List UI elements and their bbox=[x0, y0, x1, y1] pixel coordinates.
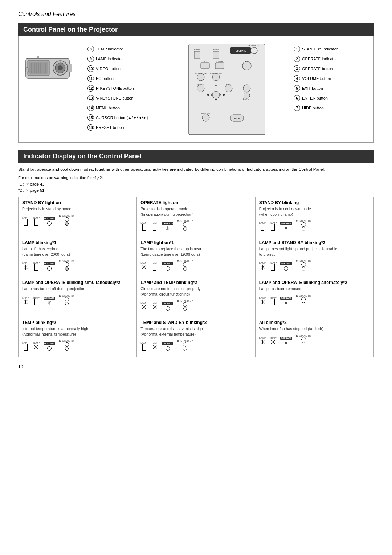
indicator-cell: LAMP and OPERATE blinking simultaneously… bbox=[19, 277, 137, 317]
label-number: 9 bbox=[87, 56, 94, 62]
indicator-intro: Stand-by, operate and cool down modes, t… bbox=[18, 166, 374, 173]
label-text: STAND BY indicator bbox=[302, 47, 338, 51]
left-label-item: 14MENU button bbox=[87, 105, 160, 111]
left-label-item: 12H-KEYSTONE button bbox=[87, 85, 160, 92]
label-text: PRESET button bbox=[96, 125, 124, 130]
left-label-item: 10VIDEO button bbox=[87, 65, 160, 72]
svg-point-53 bbox=[202, 114, 209, 121]
svg-rect-23 bbox=[213, 51, 219, 58]
label-number: 11 bbox=[87, 75, 94, 82]
svg-text:LAMP: LAMP bbox=[194, 48, 200, 50]
svg-point-49 bbox=[243, 85, 250, 92]
label-number: 13 bbox=[87, 95, 94, 101]
indicator-cell-title: STAND BY light on bbox=[22, 200, 133, 205]
right-labels: 1STAND BY indicator2OPERATE indicator3OP… bbox=[294, 42, 370, 114]
indicator-cell-title: OPERATE light on bbox=[140, 200, 251, 205]
left-label-item: 13V-KEYSTONE button bbox=[87, 95, 160, 101]
indicator-cell-title: LAMP blinking*1 bbox=[22, 240, 133, 245]
svg-rect-7 bbox=[68, 64, 72, 72]
indicator-cell: LAMP and STAND BY blinking*2Lamp does no… bbox=[256, 237, 374, 277]
indicator-cell-desc: Projector is in operate mode(In operatio… bbox=[140, 206, 251, 217]
indicator-cell: STAND BY light onProjector is in stand b… bbox=[19, 197, 137, 237]
right-label-item: 3OPERATE button bbox=[294, 65, 370, 72]
label-number: 1 bbox=[294, 46, 300, 52]
label-text: VOLUME button bbox=[302, 76, 331, 81]
svg-point-4 bbox=[58, 65, 63, 70]
label-number: 14 bbox=[87, 105, 94, 111]
divider bbox=[18, 20, 374, 20]
label-number: 3 bbox=[294, 65, 300, 72]
svg-text:HIDE: HIDE bbox=[234, 117, 240, 120]
right-label-item: 4VOLUME button bbox=[294, 75, 370, 82]
indicator-cell: TEMP and STAND BY blinking*2Temperature … bbox=[137, 317, 255, 357]
indicator-cell-desc: Temperature at exhaust vents is high(Abn… bbox=[140, 326, 251, 337]
label-text: MENU button bbox=[96, 106, 120, 110]
indicator-cell-desc: Projector is in stand by mode bbox=[22, 206, 133, 212]
indicator-cell: LAMP blinking*1Lamp life has expired(Lam… bbox=[19, 237, 137, 277]
label-text: V-KEYSTONE button bbox=[96, 96, 134, 100]
left-label-item: 8TEMP indicator bbox=[87, 46, 160, 52]
left-label-item: 11PC button bbox=[87, 75, 160, 82]
svg-text:TEMP: TEMP bbox=[213, 48, 219, 50]
label-text: EXIT button bbox=[302, 86, 323, 90]
left-labels: 8TEMP indicator9LAMP indicator10VIDEO bu… bbox=[87, 42, 160, 134]
svg-text:VOL.: VOL. bbox=[245, 61, 249, 63]
svg-point-45 bbox=[212, 91, 220, 98]
label-number: 2 bbox=[294, 56, 300, 62]
svg-text:►: ► bbox=[222, 93, 226, 97]
label-number: 6 bbox=[294, 95, 300, 101]
right-label-item: 7HIDE button bbox=[294, 105, 370, 111]
indicator-cell-title: LAMP and OPERATE blinking simultaneously… bbox=[22, 280, 133, 285]
label-text: CURSOR button (▲/▼/◄/►) bbox=[96, 116, 148, 120]
indicator-cell-title: LAMP and OPERATE blinking alternately*2 bbox=[259, 280, 370, 285]
right-label-item: 1STAND BY indicator bbox=[294, 46, 370, 52]
indicator-cell-title: All blinking*2 bbox=[259, 320, 370, 325]
label-number: 16 bbox=[87, 124, 94, 131]
section-title: Controls and Features bbox=[18, 11, 374, 17]
svg-rect-6 bbox=[26, 68, 29, 72]
indicator-cell: STAND BY blinkingProjector is in cool do… bbox=[256, 197, 374, 237]
label-number: 4 bbox=[294, 75, 300, 82]
indicator-notes: For explanations on warning indication f… bbox=[18, 175, 374, 194]
label-text: HIDE button bbox=[302, 106, 324, 110]
panel-diagram-svg: LAMP TEMP OPERATE OPERATE ⏻ STAND BY bbox=[187, 42, 267, 137]
note2: *2 : ☞ page 51 bbox=[18, 187, 374, 194]
projector-image: E0 bbox=[22, 46, 84, 90]
svg-point-41 bbox=[225, 85, 232, 92]
label-text: PC button bbox=[96, 76, 114, 81]
indicator-cell: All blinking*2When inner fan has stopped… bbox=[256, 317, 374, 357]
label-number: 15 bbox=[87, 114, 94, 121]
indicator-cell-desc: Lamp does not light up and projector is … bbox=[259, 246, 370, 257]
svg-text:OPERATE: OPERATE bbox=[236, 50, 246, 52]
indicator-section: Stand-by, operate and cool down modes, t… bbox=[18, 166, 374, 357]
indicator-cell-title: LAMP and STAND BY blinking*2 bbox=[259, 240, 370, 245]
label-number: 12 bbox=[87, 85, 94, 92]
svg-rect-22 bbox=[194, 51, 200, 58]
svg-rect-30 bbox=[201, 63, 209, 69]
indicator-cell-title: STAND BY blinking bbox=[259, 200, 370, 205]
label-text: LAMP indicator bbox=[96, 57, 123, 61]
page-number: 10 bbox=[18, 364, 374, 369]
indicator-cell-title: LAMP and TEMP blinking*2 bbox=[140, 280, 251, 285]
indicator-cell-desc: Internal temperature is abnormally high(… bbox=[22, 326, 133, 337]
indicator-cell-desc: The time to replace the lamp is near(Lam… bbox=[140, 246, 251, 257]
label-text: VIDEO button bbox=[96, 66, 121, 71]
indicator-cell-desc: Circuits are not functioning properly(Ab… bbox=[140, 286, 251, 297]
indicator-cell-desc: Lamp has turned off during projection bbox=[22, 286, 133, 292]
svg-text:PC: PC bbox=[204, 60, 207, 62]
svg-text:E0: E0 bbox=[37, 56, 40, 58]
svg-point-36 bbox=[197, 73, 204, 81]
explanation-note: For explanations on warning indication f… bbox=[18, 175, 374, 181]
indicator-cell: LAMP and TEMP blinking*2Circuits are not… bbox=[137, 277, 255, 317]
svg-rect-31 bbox=[215, 63, 224, 69]
indicator-cell-title: LAMP light on*1 bbox=[140, 240, 251, 245]
left-label-item: 9LAMP indicator bbox=[87, 56, 160, 62]
left-label-item: 15CURSOR button (▲/▼/◄/►) bbox=[87, 114, 160, 121]
indicator-cell-desc: When inner fan has stopped (fan lock) bbox=[259, 326, 370, 332]
panel-section-header: Control Panel on the Projector bbox=[18, 23, 374, 36]
right-label-item: 2OPERATE indicator bbox=[294, 56, 370, 62]
panel-diagram: LAMP TEMP OPERATE OPERATE ⏻ STAND BY bbox=[162, 42, 292, 137]
label-number: 7 bbox=[294, 105, 300, 111]
indicator-cell: LAMP light on*1The time to replace the l… bbox=[137, 237, 255, 277]
control-panel-box: E0 8TEMP indicator9LAMP indicator10VIDEO… bbox=[18, 36, 374, 143]
